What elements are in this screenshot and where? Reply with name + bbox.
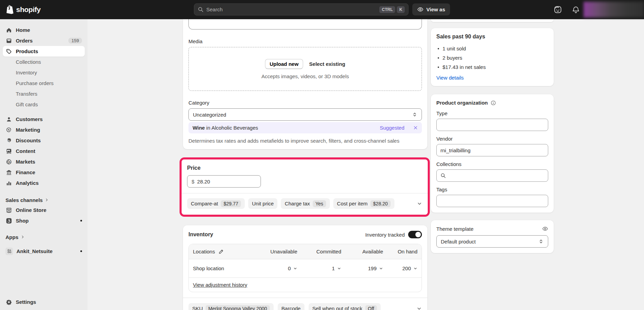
vendor-input[interactable]: rni_trialbilling — [436, 144, 548, 156]
suggested-link[interactable]: Suggested — [380, 125, 404, 131]
sell-when-out-of-stock-pill[interactable]: Sell when out of stock Off — [309, 303, 381, 310]
view-details-link[interactable]: View details — [436, 75, 464, 81]
sidebar-item-inventory[interactable]: Inventory — [3, 67, 85, 78]
sidebar-item-gift-cards[interactable]: Gift cards — [3, 99, 85, 110]
barcode-pill[interactable]: Barcode — [278, 303, 304, 310]
preview-eye-icon[interactable] — [542, 226, 548, 232]
global-search-input[interactable]: Search CTRL K — [194, 3, 409, 15]
chevron-down-icon — [379, 266, 383, 271]
status-card-partial — [431, 19, 554, 22]
currency-prefix: $ — [192, 179, 194, 184]
apps-header[interactable]: Apps — [3, 232, 85, 242]
sidebar-item-finance[interactable]: Finance — [3, 167, 85, 178]
category-label: Category — [188, 100, 422, 106]
media-dropzone[interactable]: Upload new Select existing Accepts image… — [188, 47, 422, 91]
view-adjustment-history-link[interactable]: View adjustment history — [193, 282, 247, 288]
dismiss-suggestion-icon[interactable] — [413, 126, 418, 130]
search-icon — [440, 173, 446, 178]
bank-icon — [5, 169, 12, 176]
expand-price-chevron-icon[interactable] — [417, 201, 422, 206]
edit-locations-icon[interactable] — [218, 249, 224, 254]
sidebar-item-purchase-orders[interactable]: Purchase orders — [3, 78, 85, 88]
vendor-label: Vendor — [436, 136, 548, 142]
sidebar-item-content[interactable]: Content — [3, 146, 85, 156]
shopify-logo[interactable]: shopify — [5, 5, 41, 14]
collections-search-input[interactable] — [436, 169, 548, 182]
category-suggestion-row: Wine in Alcoholic Beverages Suggested — [188, 122, 422, 133]
notification-dot — [80, 250, 82, 252]
collections-label: Collections — [436, 161, 548, 167]
inventory-card: Inventory Inventory tracked Locations Un… — [183, 225, 427, 310]
on-hand-dropdown[interactable]: 200 — [402, 265, 417, 271]
view-as-button[interactable]: View as — [412, 3, 450, 15]
search-placeholder: Search — [206, 7, 223, 12]
cost-per-item-pill[interactable]: Cost per item $28.20 — [333, 198, 394, 209]
store-name-blurred[interactable] — [584, 2, 644, 17]
sku-pill[interactable]: SKU Merlot Sonoma Valley 2000 — [188, 303, 274, 310]
suggestion-category-rest: in Alcoholic Beverages — [205, 125, 258, 131]
select-existing-button[interactable]: Select existing — [309, 61, 345, 67]
app-grid-icon — [5, 248, 13, 255]
sidebar-item-home[interactable]: Home — [3, 25, 85, 35]
shortcut-k-key: K — [397, 6, 405, 13]
sidebar-item-customers[interactable]: Customers — [3, 114, 85, 124]
type-input[interactable] — [436, 119, 548, 131]
orders-count-badge: 159 — [68, 38, 82, 44]
price-input[interactable]: $ 28.20 — [187, 175, 261, 188]
locations-header: Locations — [193, 249, 215, 254]
charge-tax-pill[interactable]: Charge tax Yes — [281, 198, 330, 209]
inventory-row: Shop location 0 1 199 200 — [189, 259, 422, 277]
sidebar-item-analytics[interactable]: Analytics — [3, 178, 85, 188]
sidekick-assistant-button[interactable] — [553, 4, 563, 15]
media-hint: Accepts images, videos, or 3D models — [261, 73, 349, 79]
notification-dot — [80, 220, 82, 222]
sidebar-item-shop[interactable]: Shop — [3, 215, 85, 226]
sidebar-item-label: Products — [16, 48, 38, 54]
storefront-icon — [5, 207, 12, 214]
compare-at-pill[interactable]: Compare-at $29.77 — [187, 198, 245, 209]
sidebar-item-marketing[interactable]: Marketing — [3, 124, 85, 135]
inventory-tracked-toggle[interactable] — [408, 231, 422, 238]
info-icon[interactable] — [491, 100, 496, 106]
category-select[interactable]: Uncategorized — [188, 108, 422, 121]
eye-icon — [417, 6, 424, 13]
product-organization-title: Product organization — [436, 100, 488, 106]
unavailable-dropdown[interactable]: 0 — [288, 265, 297, 271]
sidebar-item-collections[interactable]: Collections — [3, 57, 85, 67]
committed-header: Committed — [297, 249, 341, 254]
sidebar-item-discounts[interactable]: % Discounts — [3, 135, 85, 146]
committed-dropdown[interactable]: 1 — [332, 265, 341, 271]
tags-label: Tags — [436, 187, 548, 192]
sales-bullet: 1 unit sold — [436, 44, 548, 53]
sidebar-item-online-store[interactable]: Online Store — [3, 205, 85, 215]
expand-sku-chevron-icon[interactable] — [416, 306, 422, 310]
chevron-right-icon — [45, 198, 49, 202]
search-icon — [198, 7, 204, 12]
sales-channels-header[interactable]: Sales channels — [3, 195, 85, 205]
media-label: Media — [188, 38, 422, 44]
svg-text:%: % — [8, 139, 10, 142]
price-card: Price $ 28.20 Compare-at $29.77 Unit pri… — [182, 159, 428, 215]
sidebar-item-settings[interactable]: Settings — [3, 297, 85, 307]
notifications-bell-button[interactable] — [571, 4, 581, 15]
upload-new-button[interactable]: Upload new — [265, 59, 303, 69]
category-helper-text: Determines tax rates and adds metafields… — [188, 138, 422, 144]
sales-title: Sales past 90 days — [436, 34, 548, 40]
sidebar-item-transfers[interactable]: Transfers — [3, 88, 85, 99]
on-hand-header: On hand — [383, 249, 417, 254]
inventory-table: Locations Unavailable Committed Availabl… — [188, 244, 422, 292]
sidebar-item-orders[interactable]: Orders 159 — [3, 35, 85, 46]
unit-price-pill[interactable]: Unit price — [248, 198, 277, 209]
available-dropdown[interactable]: 199 — [368, 265, 383, 271]
tags-input[interactable] — [436, 195, 548, 207]
sell-out-of-stock-value: Off — [365, 305, 377, 310]
sidebar-item-ankit-netsuite[interactable]: Ankit_Netsuite — [3, 246, 85, 257]
sidebar-item-markets[interactable]: $ Markets — [3, 156, 85, 167]
sidebar-item-products[interactable]: Products — [3, 46, 85, 57]
unavailable-header: Unavailable — [259, 249, 297, 254]
sku-value: Merlot Sonoma Valley 2000 — [206, 305, 270, 310]
sales-summary-card: Sales past 90 days 1 unit sold 2 buyers … — [431, 28, 554, 86]
globe-dollar-icon: $ — [5, 158, 12, 165]
theme-template-select[interactable]: Default product — [436, 235, 548, 248]
description-field-partial[interactable] — [188, 19, 422, 29]
